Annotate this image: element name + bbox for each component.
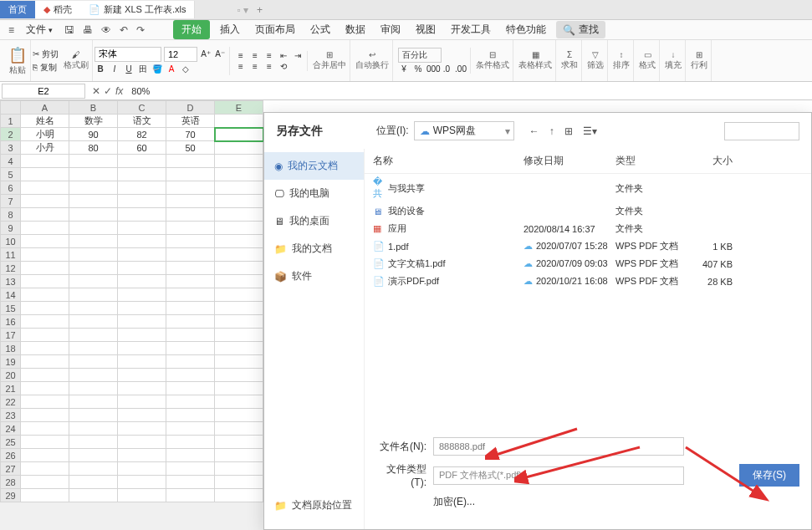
underline-icon[interactable]: U	[123, 64, 135, 74]
cell[interactable]	[118, 222, 166, 235]
orientation-icon[interactable]: ⟲	[278, 62, 289, 71]
cell[interactable]	[21, 476, 69, 489]
row-header[interactable]: 15	[1, 302, 21, 315]
cell[interactable]	[166, 489, 215, 502]
format-painter[interactable]: 🖌 格式刷	[60, 40, 93, 81]
cell[interactable]	[166, 355, 215, 369]
cell[interactable]	[21, 222, 69, 235]
cell[interactable]	[166, 195, 215, 208]
col-header[interactable]: A	[21, 101, 69, 115]
cell[interactable]	[215, 248, 263, 262]
undo-icon[interactable]: ↶	[118, 23, 130, 38]
cell[interactable]	[118, 369, 166, 382]
cell[interactable]	[21, 422, 69, 436]
row-header[interactable]: 27	[1, 462, 21, 476]
cell[interactable]	[215, 355, 263, 369]
clear-format-icon[interactable]: ◇	[180, 64, 192, 74]
indent-inc-icon[interactable]: ⇥	[292, 51, 304, 60]
cell[interactable]	[166, 422, 215, 436]
cell[interactable]	[69, 462, 118, 476]
menu-data[interactable]: 数据	[340, 21, 370, 38]
row-header[interactable]: 22	[1, 395, 21, 409]
cell[interactable]	[118, 181, 166, 195]
menu-start[interactable]: 开始	[173, 20, 210, 39]
cell[interactable]	[118, 489, 166, 502]
cancel-icon[interactable]: ✕	[92, 85, 100, 97]
cell[interactable]: 82	[118, 128, 166, 141]
cell[interactable]	[21, 208, 69, 222]
cell[interactable]	[21, 195, 69, 208]
cell[interactable]	[166, 436, 215, 449]
cell[interactable]	[215, 275, 263, 288]
menu-page-layout[interactable]: 页面布局	[250, 21, 300, 38]
tab-new[interactable]: +	[248, 4, 271, 16]
cell[interactable]: 50	[166, 141, 215, 155]
row-header[interactable]: 17	[1, 329, 21, 342]
cell[interactable]	[215, 262, 263, 275]
col-header[interactable]: E	[215, 101, 263, 115]
cell[interactable]	[118, 395, 166, 409]
sum[interactable]: Σ求和	[558, 40, 582, 81]
cell[interactable]	[69, 369, 118, 382]
cell[interactable]	[21, 355, 69, 369]
cell[interactable]	[166, 302, 215, 315]
cell[interactable]	[215, 222, 263, 235]
cell[interactable]	[21, 155, 69, 168]
row-header[interactable]: 16	[1, 315, 21, 329]
cell[interactable]	[118, 422, 166, 436]
italic-icon[interactable]: I	[109, 64, 120, 74]
filetype-input[interactable]	[433, 466, 684, 485]
sidebar-item[interactable]: 📦软件	[264, 262, 364, 290]
menu-review[interactable]: 审阅	[375, 21, 406, 38]
cell[interactable]	[166, 235, 215, 248]
cell[interactable]	[21, 302, 69, 315]
cell[interactable]	[69, 329, 118, 342]
cell[interactable]	[21, 288, 69, 302]
filename-input[interactable]	[433, 437, 684, 456]
row-header[interactable]: 28	[1, 476, 21, 489]
cell[interactable]	[118, 409, 166, 422]
cell[interactable]	[215, 329, 263, 342]
dec-inc-icon[interactable]: .0	[441, 64, 452, 74]
cell[interactable]	[166, 409, 215, 422]
format[interactable]: ▭格式	[636, 40, 660, 81]
row-header[interactable]: 20	[1, 369, 21, 382]
cell[interactable]	[215, 302, 263, 315]
filter[interactable]: ▽筛选	[584, 40, 608, 81]
file-row[interactable]: �共与我共享文件夹	[365, 174, 811, 202]
menu-insert[interactable]: 插入	[215, 21, 245, 38]
row-header[interactable]: 7	[1, 195, 21, 208]
align-left-icon[interactable]: ≡	[235, 62, 247, 71]
copy-button[interactable]: ⎘复制	[33, 62, 59, 74]
row-header[interactable]: 21	[1, 382, 21, 395]
cell[interactable]	[69, 395, 118, 409]
cell[interactable]	[69, 288, 118, 302]
cell[interactable]	[21, 248, 69, 262]
cell[interactable]	[166, 288, 215, 302]
back-icon[interactable]: ←	[529, 125, 539, 137]
paste-icon[interactable]: 📋	[8, 46, 27, 64]
cell[interactable]: 小明	[21, 128, 69, 141]
cell[interactable]	[69, 195, 118, 208]
encrypt-link[interactable]: 加密(E)...	[433, 495, 475, 509]
cell[interactable]	[215, 476, 263, 489]
search-button[interactable]: 🔍查找	[556, 21, 605, 38]
row-header[interactable]: 19	[1, 355, 21, 369]
menu-formula[interactable]: 公式	[305, 21, 335, 38]
cell[interactable]	[166, 382, 215, 395]
cell[interactable]	[21, 168, 69, 181]
cell[interactable]	[166, 155, 215, 168]
cell[interactable]	[166, 222, 215, 235]
save-icon[interactable]: 🖫	[63, 23, 76, 38]
indent-dec-icon[interactable]: ⇤	[278, 51, 289, 60]
redo-icon[interactable]: ↷	[135, 23, 146, 38]
font-name-select[interactable]	[94, 47, 161, 62]
file-row[interactable]: 📄文字文稿1.pdf☁2020/07/09 09:03WPS PDF 文档407…	[365, 255, 811, 273]
row-header[interactable]: 24	[1, 422, 21, 436]
row-header[interactable]: 9	[1, 222, 21, 235]
cell[interactable]	[69, 355, 118, 369]
cell[interactable]	[69, 208, 118, 222]
row-header[interactable]: 12	[1, 262, 21, 275]
align-right-icon[interactable]: ≡	[263, 62, 275, 71]
cell[interactable]	[69, 476, 118, 489]
